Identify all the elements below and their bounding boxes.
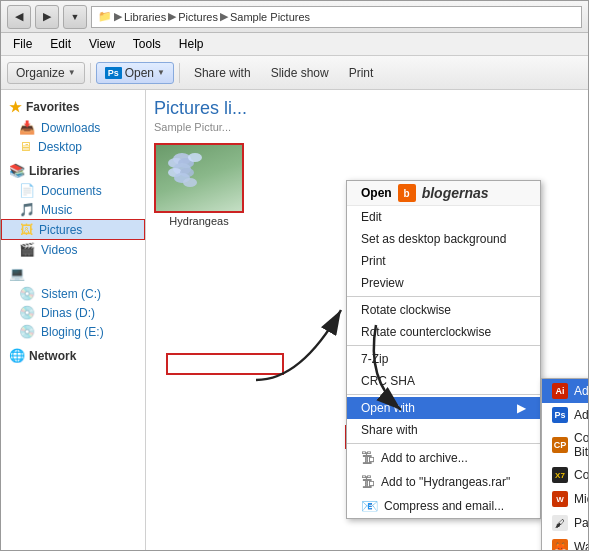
ctx-add-archive[interactable]: 🗜 Add to archive...: [347, 446, 540, 470]
ps-icon: Ps: [105, 67, 122, 79]
rar-icon: 🗜: [361, 474, 375, 490]
network-section: 🌐 Network: [1, 345, 145, 366]
pictures-sidebar-outline: [166, 353, 284, 375]
sidebar-item-e[interactable]: 💿 Bloging (E:): [1, 322, 145, 341]
submenu-item-ms[interactable]: W Microsoft Office 2010: [542, 487, 588, 511]
path-libraries: Libraries: [124, 11, 166, 23]
music-label: Music: [41, 203, 72, 217]
ms-label: Microsoft Office 2010: [574, 492, 588, 506]
sidebar-item-d[interactable]: 💿 Dinas (D:): [1, 303, 145, 322]
computer-section: 💻 💿 Sistem (C:) 💿 Dinas (D:) 💿 Bloging (…: [1, 263, 145, 341]
favorites-section: ★ Favorites 📥 Downloads 🖥 Desktop: [1, 96, 145, 156]
organize-label: Organize: [16, 66, 65, 80]
ctx-edit[interactable]: Edit: [347, 206, 540, 228]
ctx-crcsha[interactable]: CRC SHA: [347, 370, 540, 392]
submenu-item-paint[interactable]: 🖌 Paint: [542, 511, 588, 535]
ctx-rotate-ccw[interactable]: Rotate counterclockwise: [347, 321, 540, 343]
sidebar-item-downloads[interactable]: 📥 Downloads: [1, 118, 145, 137]
share-button[interactable]: Share with: [185, 62, 260, 84]
explorer-window: ◀ ▶ ▼ 📁 ▶ Libraries ▶ Pictures ▶ Sample …: [0, 0, 589, 551]
ctx-preview[interactable]: Preview: [347, 272, 540, 294]
menu-bar: File Edit View Tools Help: [1, 33, 588, 56]
add-archive-label: Add to archive...: [381, 451, 468, 465]
address-path[interactable]: 📁 ▶ Libraries ▶ Pictures ▶ Sample Pictur…: [91, 6, 582, 28]
menu-help[interactable]: Help: [171, 35, 212, 53]
submenu-item-ps[interactable]: Ps Adobe Photoshop CS6: [542, 403, 588, 427]
network-header[interactable]: 🌐 Network: [1, 345, 145, 366]
path-pictures: Pictures: [178, 11, 218, 23]
open-with-arrow-icon: ▶: [517, 401, 526, 415]
add-rar-label: Add to "Hydrangeas.rar": [381, 475, 510, 489]
documents-label: Documents: [41, 184, 102, 198]
blogernas-icon: b: [398, 184, 416, 202]
back-button[interactable]: ◀: [7, 5, 31, 29]
ctx-set-desktop[interactable]: Set as desktop background: [347, 228, 540, 250]
open-button[interactable]: Ps Open ▼: [96, 62, 174, 84]
menu-file[interactable]: File: [5, 35, 40, 53]
ctx-compress-email[interactable]: 📧 Compress and email...: [347, 494, 540, 518]
d-drive-label: Dinas (D:): [41, 306, 95, 320]
toolbar-separator2: [179, 63, 180, 83]
ctx-divider3: [347, 394, 540, 395]
organize-arrow-icon: ▼: [68, 68, 76, 77]
address-bar: ◀ ▶ ▼ 📁 ▶ Libraries ▶ Pictures ▶ Sample …: [1, 1, 588, 33]
libraries-header[interactable]: 📚 Libraries: [1, 160, 145, 181]
up-button[interactable]: ▼: [63, 5, 87, 29]
context-menu: Open b blogernas Edit Set as desktop bac…: [346, 180, 541, 519]
hydrangeas-image: [156, 145, 242, 211]
menu-tools[interactable]: Tools: [125, 35, 169, 53]
submenu-item-corel-paint[interactable]: CP Corel PHOTO-PAINT X7 (64-Bit): [542, 427, 588, 463]
compress-email-label: Compress and email...: [384, 499, 504, 513]
open-label: Open: [125, 66, 154, 80]
favorites-icon: ★: [9, 99, 22, 115]
sidebar-item-pictures[interactable]: 🖼 Pictures: [1, 219, 145, 240]
ctx-add-rar[interactable]: 🗜 Add to "Hydrangeas.rar": [347, 470, 540, 494]
menu-view[interactable]: View: [81, 35, 123, 53]
computer-header[interactable]: 💻: [1, 263, 145, 284]
organize-button[interactable]: Organize ▼: [7, 62, 85, 84]
submenu-item-ai[interactable]: Ai Adobe Illustrator CS6: [542, 379, 588, 403]
favorites-header[interactable]: ★ Favorites: [1, 96, 145, 118]
sidebar-item-documents[interactable]: 📄 Documents: [1, 181, 145, 200]
print-button[interactable]: Print: [340, 62, 383, 84]
sidebar-item-c[interactable]: 💿 Sistem (C:): [1, 284, 145, 303]
videos-label: Videos: [41, 243, 77, 257]
e-drive-icon: 💿: [19, 324, 35, 339]
desktop-icon: 🖥: [19, 139, 32, 154]
ms-icon: W: [552, 491, 568, 507]
computer-icon: 💻: [9, 266, 25, 281]
path-sample: Sample Pictures: [230, 11, 310, 23]
forward-button[interactable]: ▶: [35, 5, 59, 29]
toolbar: Organize ▼ Ps Open ▼ Share with Slide sh…: [1, 56, 588, 90]
menu-edit[interactable]: Edit: [42, 35, 79, 53]
ctx-print[interactable]: Print: [347, 250, 540, 272]
sidebar-item-music[interactable]: 🎵 Music: [1, 200, 145, 219]
open-arrow-icon: ▼: [157, 68, 165, 77]
thumbnail-container[interactable]: Hydrangeas: [154, 143, 244, 227]
sidebar-item-desktop[interactable]: 🖥 Desktop: [1, 137, 145, 156]
libraries-section: 📚 Libraries 📄 Documents 🎵 Music 🖼 Pictur…: [1, 160, 145, 259]
ai-label: Adobe Illustrator CS6: [574, 384, 588, 398]
pictures-label: Pictures: [39, 223, 82, 237]
archive-icon: 🗜: [361, 450, 375, 466]
downloads-icon: 📥: [19, 120, 35, 135]
d-drive-icon: 💿: [19, 305, 35, 320]
ctx-open-label: Open: [361, 186, 392, 200]
ctx-7zip[interactable]: 7-Zip: [347, 348, 540, 370]
slideshow-button[interactable]: Slide show: [262, 62, 338, 84]
libraries-label: Libraries: [29, 164, 80, 178]
toolbar-separator: [90, 63, 91, 83]
ctx-share-with[interactable]: Share with: [347, 419, 540, 441]
main-area: ★ Favorites 📥 Downloads 🖥 Desktop 📚 Libr…: [1, 90, 588, 550]
c-drive-icon: 💿: [19, 286, 35, 301]
documents-icon: 📄: [19, 183, 35, 198]
ctx-open-with[interactable]: Open with ▶: [347, 397, 540, 419]
submenu-item-fox[interactable]: 🦊 Waterfox: [542, 535, 588, 550]
ctx-rotate-cw[interactable]: Rotate clockwise: [347, 299, 540, 321]
corel-paint-icon: CP: [552, 437, 568, 453]
fox-icon: 🦊: [552, 539, 568, 550]
blogernas-text: blogernas: [422, 185, 489, 201]
submenu-item-cdr[interactable]: X7 CorelDRAW X7 (64-Bit): [542, 463, 588, 487]
e-drive-label: Bloging (E:): [41, 325, 104, 339]
sidebar-item-videos[interactable]: 🎬 Videos: [1, 240, 145, 259]
